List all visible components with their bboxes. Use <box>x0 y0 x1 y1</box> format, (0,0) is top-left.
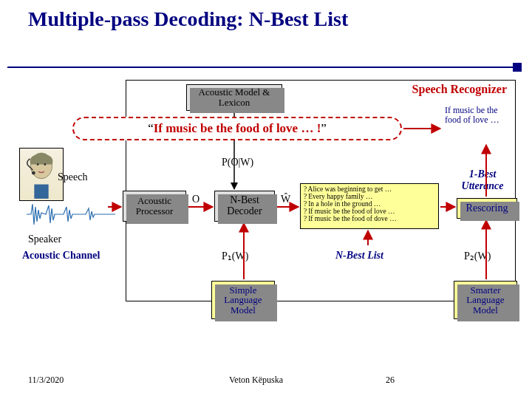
p2w-label: P₂(W) <box>464 250 491 262</box>
rescoring-box: Rescoring <box>457 198 517 219</box>
nbest-decoder-box: N-Best Decoder <box>214 191 275 222</box>
speech-label: Speech <box>58 171 87 183</box>
p1w-label: P₁(W) <box>222 250 248 262</box>
nbest-hypotheses-box: Alice was beginning to get … Every happy… <box>300 183 439 229</box>
o-label: O <box>192 194 200 205</box>
acoustic-channel-label: Acoustic Channel <box>22 250 100 262</box>
best-utterance-label: 1-Best Utterance <box>449 168 516 192</box>
acoustic-processor-box: Acoustic Processor <box>123 191 186 222</box>
svg-rect-1 <box>34 185 48 199</box>
title-rule <box>7 66 517 68</box>
w-hat-label: Ŵ <box>281 194 290 205</box>
simple-lm-box: Simple Language Model <box>211 281 275 319</box>
p-o-w-label: P(O|W) <box>222 157 253 168</box>
waveform-icon <box>27 200 115 229</box>
slide-title: Multiple-pass Decoding: N-Best List <box>0 0 532 35</box>
output-text: If music be the food of love … <box>445 106 516 125</box>
svg-point-4 <box>44 163 46 166</box>
svg-point-3 <box>37 163 39 166</box>
footer-page: 26 <box>386 375 395 386</box>
nbest-list-label: N-Best List <box>335 250 383 262</box>
hypothesis: If music be the food of dove … <box>304 216 435 223</box>
footer-author: Veton Këpuska <box>229 375 283 386</box>
recognizer-label: Speech Recognizer <box>412 83 507 96</box>
svg-point-2 <box>32 171 35 175</box>
footer-date: 11/3/2020 <box>28 375 64 386</box>
acoustic-model-box: Acoustic Model & Lexicon <box>186 84 282 111</box>
speech-bubble: “If music be the food of love … !” <box>72 117 402 140</box>
speaker-label: Speaker <box>28 233 61 245</box>
speaker-icon <box>19 148 64 201</box>
speech-bubble-text: If music be the food of love … ! <box>154 121 321 136</box>
smarter-lm-box: Smarter Language Model <box>454 281 517 319</box>
